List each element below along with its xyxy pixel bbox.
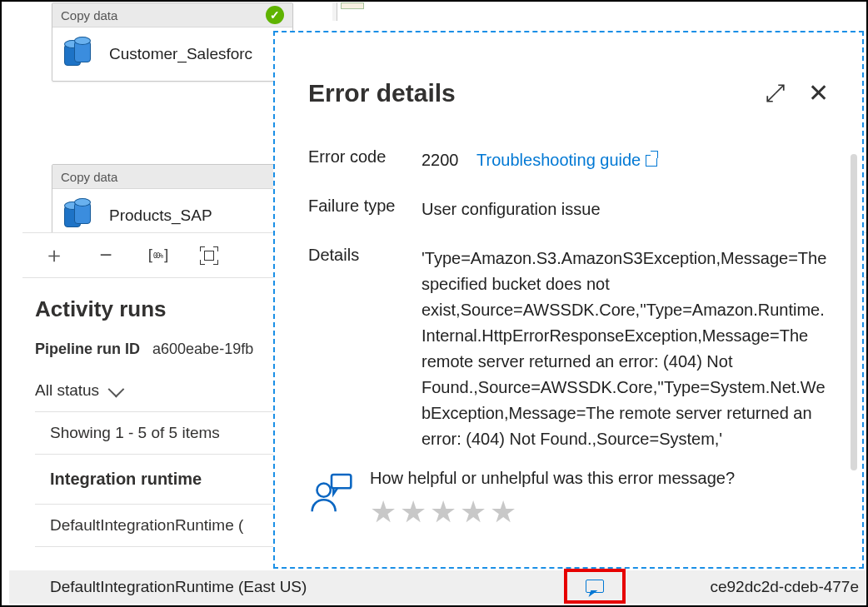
svg-rect-1 xyxy=(332,475,351,488)
activity-type-label: Copy data xyxy=(61,170,117,184)
scrollbar[interactable] xyxy=(851,154,857,470)
details-label: Details xyxy=(308,246,422,452)
activity-card-products[interactable]: Copy data Products_SAP xyxy=(52,164,289,243)
details-value: 'Type=Amazon.S3.AmazonS3Exception,Messag… xyxy=(422,246,829,452)
status-filter-label: All status xyxy=(35,381,99,400)
close-icon[interactable]: ✕ xyxy=(808,81,829,106)
feedback-person-icon xyxy=(308,469,355,519)
feedback-section: How helpful or unhelpful was this error … xyxy=(308,469,829,530)
feedback-stars[interactable]: ★ ★ ★ ★ ★ xyxy=(370,495,735,530)
speech-bubble-icon[interactable] xyxy=(586,580,604,593)
failure-type-value: User configuration issue xyxy=(422,197,829,222)
zoom-reset-button[interactable]: [00%] xyxy=(144,242,171,269)
copy-data-icon xyxy=(64,39,99,69)
activity-type-label: Copy data xyxy=(61,8,117,22)
error-details-popover: Error details ✕ Error code 2200 Troubles… xyxy=(273,31,864,569)
star-icon[interactable]: ★ xyxy=(490,495,516,530)
activity-card-customer[interactable]: Copy data ✓ Customer_Salesforc xyxy=(52,2,293,82)
activity-name: Products_SAP xyxy=(109,206,212,225)
run-id-value: ce92dc2d-cdeb-477e xyxy=(710,578,859,596)
copy-data-icon xyxy=(64,201,99,231)
activity-name: Customer_Salesforc xyxy=(109,45,252,63)
star-icon[interactable]: ★ xyxy=(460,495,486,530)
integration-runtime-value: DefaultIntegrationRuntime (East US) xyxy=(50,578,307,596)
zoom-fit-button[interactable] xyxy=(196,242,222,269)
pipeline-run-id-value: a600eabe-19fb xyxy=(152,341,253,357)
pipeline-run-id-label: Pipeline run ID xyxy=(35,341,140,357)
activity-card-header: Copy data xyxy=(52,165,288,189)
popover-title: Error details xyxy=(308,79,456,107)
zoom-out-button[interactable]: − xyxy=(92,242,119,269)
svg-point-0 xyxy=(317,484,331,497)
chevron-down-icon xyxy=(108,381,125,398)
star-icon[interactable]: ★ xyxy=(370,495,397,530)
zoom-in-button[interactable]: ＋ xyxy=(41,242,67,269)
failure-type-label: Failure type xyxy=(308,197,422,222)
activity-card-header: Copy data ✓ xyxy=(52,3,292,27)
star-icon[interactable]: ★ xyxy=(430,495,456,530)
expand-icon[interactable] xyxy=(765,82,786,104)
external-link-icon xyxy=(646,155,657,167)
misc-marker-bar xyxy=(332,2,337,21)
error-message-button-highlight xyxy=(564,569,626,604)
status-success-icon: ✓ xyxy=(266,6,284,24)
error-code-label: Error code xyxy=(308,147,422,173)
feedback-prompt: How helpful or unhelpful was this error … xyxy=(370,469,735,488)
table-row-selected[interactable]: DefaultIntegrationRuntime (East US) ce92… xyxy=(9,570,866,604)
star-icon[interactable]: ★ xyxy=(400,495,427,530)
misc-marker xyxy=(341,2,364,9)
error-code-value: 2200 xyxy=(422,151,459,169)
troubleshooting-guide-link[interactable]: Troubleshooting guide xyxy=(476,151,657,169)
